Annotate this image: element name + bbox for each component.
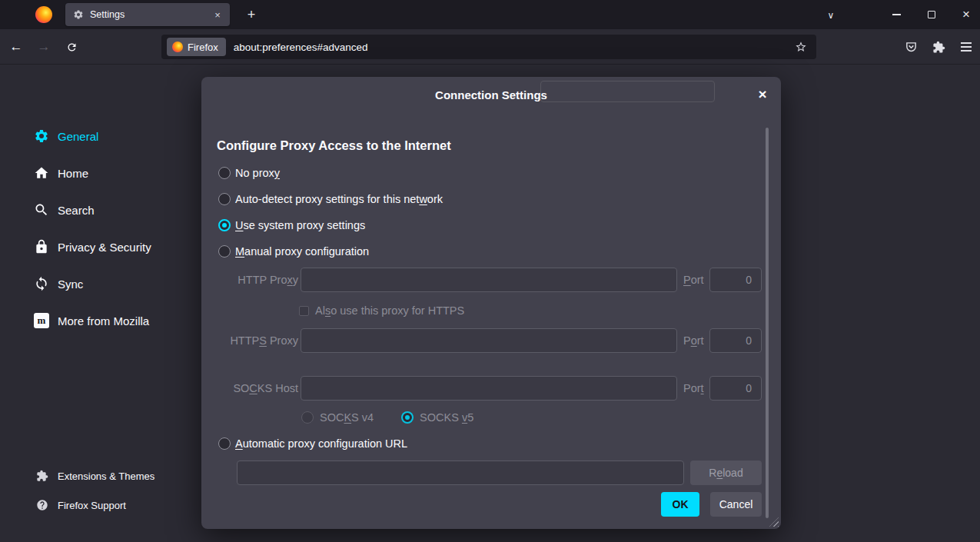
url-text: about:preferences#advanced bbox=[234, 42, 368, 53]
https-proxy-label: HTTPS Proxy bbox=[217, 334, 298, 347]
dialog-resize-grip[interactable] bbox=[769, 517, 779, 527]
titlebar: Settings × + ∨ × bbox=[0, 0, 980, 29]
socks-v4-label: SOCKS v4 bbox=[320, 411, 374, 424]
radio-socks-v4-icon bbox=[301, 411, 314, 424]
radio-no-proxy[interactable]: No proxy bbox=[217, 160, 762, 186]
sidebar-label: General bbox=[58, 130, 98, 143]
connection-settings-dialog: Connection Settings × Configure Proxy Ac… bbox=[201, 77, 781, 529]
reload-icon bbox=[66, 42, 78, 53]
minimize-button[interactable] bbox=[880, 0, 912, 29]
gear-icon bbox=[34, 128, 49, 144]
radio-manual-proxy[interactable]: Manual proxy configuration bbox=[217, 238, 762, 264]
sidebar-item-privacy-security[interactable]: Privacy & Security bbox=[34, 228, 151, 265]
mozilla-m-icon: m bbox=[34, 313, 49, 328]
https-port-input bbox=[709, 328, 762, 353]
dialog-title: Connection Settings bbox=[435, 88, 547, 101]
firefox-support-link[interactable]: Firefox Support bbox=[36, 490, 154, 520]
sidebar-label: Privacy & Security bbox=[58, 241, 151, 254]
radio-label: No proxy bbox=[235, 167, 280, 179]
socks-port-input bbox=[709, 376, 762, 401]
help-icon bbox=[36, 499, 48, 511]
list-all-tabs-chevron-icon[interactable]: ∨ bbox=[820, 5, 842, 25]
firefox-window: Settings × + ∨ × ← → Firefox about:prefe… bbox=[0, 0, 980, 542]
radio-autodetect-proxy[interactable]: Auto-detect proxy settings for this netw… bbox=[217, 186, 762, 212]
forward-button: → bbox=[32, 35, 56, 59]
dialog-button-row: OK Cancel bbox=[217, 492, 762, 517]
new-tab-button[interactable]: + bbox=[241, 5, 262, 25]
https-port-label: Port bbox=[683, 334, 705, 347]
nav-toolbar: ← → Firefox about:preferences#advanced bbox=[0, 29, 980, 65]
reload-button: Reload bbox=[690, 461, 762, 485]
window-close-button[interactable]: × bbox=[950, 0, 980, 29]
dialog-body: Configure Proxy Access to the Internet N… bbox=[201, 112, 781, 517]
sidebar-item-search[interactable]: Search bbox=[34, 191, 151, 228]
sidebar-item-more-from-mozilla[interactable]: m More from Mozilla bbox=[34, 302, 151, 339]
radio-icon bbox=[218, 193, 231, 205]
tab-settings[interactable]: Settings × bbox=[65, 3, 230, 26]
pocket-icon[interactable] bbox=[899, 35, 923, 59]
http-proxy-label: HTTP Proxy bbox=[217, 274, 298, 286]
search-icon bbox=[34, 202, 49, 218]
radio-use-system-proxy[interactable]: Use system proxy settings bbox=[217, 212, 762, 238]
socks-version-row: SOCKS v4 SOCKS v5 bbox=[300, 406, 762, 429]
https-proxy-input bbox=[301, 328, 677, 353]
minimize-icon bbox=[892, 14, 901, 15]
radio-icon-selected bbox=[218, 219, 231, 231]
firefox-chip-logo-icon bbox=[172, 42, 183, 52]
sidebar-footer: Extensions & Themes Firefox Support bbox=[36, 461, 154, 520]
http-proxy-input bbox=[301, 268, 677, 292]
socks-host-row: SOCKS Host Port bbox=[217, 376, 762, 401]
home-icon bbox=[34, 165, 49, 181]
back-button[interactable]: ← bbox=[4, 35, 28, 59]
maximize-button[interactable] bbox=[915, 0, 948, 29]
socks-host-label: SOCKS Host bbox=[217, 382, 298, 394]
ok-button[interactable]: OK bbox=[661, 492, 699, 517]
radio-label: Manual proxy configuration bbox=[235, 245, 369, 258]
cancel-button[interactable]: Cancel bbox=[710, 492, 762, 517]
tab-close-icon[interactable]: × bbox=[210, 7, 225, 22]
share-proxy-checkbox-row: Also use this proxy for HTTPS bbox=[299, 299, 762, 322]
https-proxy-row: HTTPS Proxy Port bbox=[217, 328, 762, 353]
menu-hamburger-icon[interactable] bbox=[954, 35, 978, 59]
radio-icon bbox=[218, 167, 231, 179]
checkbox-icon bbox=[299, 306, 309, 316]
sidebar-label: Search bbox=[58, 204, 95, 217]
http-port-label: Port bbox=[683, 274, 705, 286]
sidebar-label: Sync bbox=[58, 278, 83, 291]
http-port-input bbox=[709, 268, 762, 292]
reload-button[interactable] bbox=[59, 35, 84, 59]
sidebar-label: Home bbox=[58, 167, 88, 180]
sidebar-item-home[interactable]: Home bbox=[34, 155, 151, 191]
maximize-icon bbox=[928, 11, 935, 18]
sidebar-label: More from Mozilla bbox=[58, 314, 149, 328]
http-proxy-row: HTTP Proxy Port bbox=[217, 268, 762, 292]
dialog-titlebar: Connection Settings × bbox=[201, 77, 781, 112]
bookmark-star-icon[interactable] bbox=[792, 38, 810, 56]
radio-socks-v5-icon-selected bbox=[401, 411, 414, 424]
radio-automatic-proxy-url[interactable]: Automatic proxy configuration URL bbox=[217, 431, 762, 457]
sidebar-item-sync[interactable]: Sync bbox=[34, 265, 151, 302]
radio-label: Auto-detect proxy settings for this netw… bbox=[235, 193, 443, 205]
identity-chip-label: Firefox bbox=[188, 42, 218, 53]
extensions-icon[interactable] bbox=[926, 35, 951, 59]
dialog-close-icon[interactable]: × bbox=[752, 84, 773, 105]
identity-chip[interactable]: Firefox bbox=[167, 38, 226, 56]
sidebar-item-general[interactable]: General bbox=[34, 118, 151, 155]
hamburger-lines bbox=[961, 46, 972, 48]
socks-host-input bbox=[301, 376, 677, 401]
auto-config-url-row: Reload bbox=[237, 461, 762, 485]
footer-label: Firefox Support bbox=[58, 500, 126, 511]
extensions-themes-link[interactable]: Extensions & Themes bbox=[36, 461, 154, 490]
tab-title: Settings bbox=[90, 9, 204, 20]
firefox-logo-icon bbox=[35, 6, 52, 23]
radio-label: Automatic proxy configuration URL bbox=[235, 437, 407, 450]
radio-label: Use system proxy settings bbox=[235, 219, 365, 231]
url-bar[interactable]: Firefox about:preferences#advanced bbox=[161, 35, 816, 59]
radio-icon bbox=[218, 245, 231, 258]
dialog-scrollbar[interactable] bbox=[766, 128, 769, 518]
footer-label: Extensions & Themes bbox=[58, 471, 154, 482]
checkbox-label: Also use this proxy for HTTPS bbox=[315, 304, 464, 317]
sync-icon bbox=[34, 276, 49, 291]
socks-port-label: Port bbox=[683, 382, 705, 394]
auto-config-url-input bbox=[237, 461, 684, 485]
